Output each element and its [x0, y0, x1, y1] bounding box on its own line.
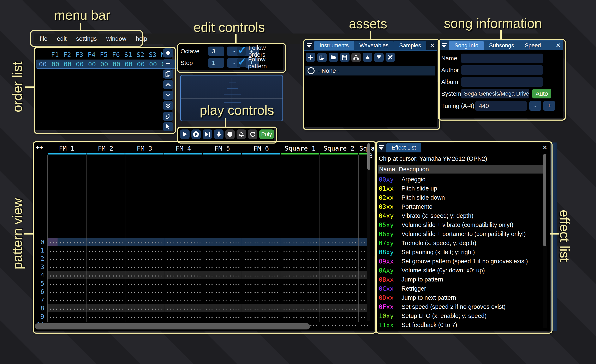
- name-field[interactable]: [461, 54, 543, 63]
- menu-item-window[interactable]: window: [106, 35, 127, 42]
- effect-row[interactable]: 02xxPitch slide down: [379, 193, 445, 202]
- menu-item-help[interactable]: help: [136, 35, 147, 42]
- channel-header-fm-4[interactable]: FM 4: [164, 145, 203, 152]
- octave-input[interactable]: 3: [208, 47, 224, 56]
- song-info-connector: [500, 30, 502, 39]
- unlink-order-button[interactable]: [163, 112, 173, 121]
- effect-row[interactable]: 10xySetup LFO (x: enable; y: speed): [379, 311, 486, 320]
- album-field[interactable]: [461, 77, 543, 87]
- add-instrument-button[interactable]: [306, 53, 315, 62]
- effect-row[interactable]: 0BxxJump to pattern: [379, 275, 443, 284]
- tab-instruments[interactable]: Instruments: [314, 41, 354, 50]
- save-instrument-button[interactable]: [340, 53, 350, 62]
- pattern-vertical-scrollbar[interactable]: [367, 143, 370, 321]
- tab-song-info[interactable]: Song Info: [449, 41, 484, 50]
- channel-header-fm-2[interactable]: FM 2: [86, 145, 125, 152]
- follow-pattern-checkbox[interactable]: ✓: [237, 58, 246, 67]
- order-cell[interactable]: 00: [86, 60, 98, 68]
- close-icon[interactable]: ✕: [428, 40, 437, 50]
- channel-header-fm-6[interactable]: FM 6: [242, 145, 281, 152]
- pointer-order-button[interactable]: [163, 122, 173, 131]
- window-menu-icon[interactable]: [376, 143, 386, 153]
- channel-header-fm-5[interactable]: FM 5: [203, 145, 242, 152]
- move-down-order-button[interactable]: [163, 91, 173, 100]
- tuning-increment-button[interactable]: +: [543, 101, 555, 111]
- pattern-horizontal-scrollbar[interactable]: [35, 323, 310, 329]
- effect-row[interactable]: 03xxPortamento: [379, 202, 432, 211]
- effect-row[interactable]: 09xxSet groove pattern (speed 1 if no gr…: [379, 257, 528, 266]
- tab-speed[interactable]: Speed: [519, 41, 546, 50]
- effect-row[interactable]: 04xyVibrato (x: speed; y: depth): [379, 211, 474, 220]
- tuning-field[interactable]: 440: [475, 101, 527, 111]
- window-menu-icon[interactable]: [439, 40, 449, 50]
- channel-divider: [47, 155, 48, 322]
- channel-header-fm-3[interactable]: FM 3: [125, 145, 164, 152]
- tuning-decrement-button[interactable]: -: [529, 101, 541, 111]
- channel-header-square-2[interactable]: Square 2: [320, 145, 358, 152]
- duplicate-instrument-button[interactable]: [317, 53, 327, 62]
- channel-header-fm-1[interactable]: FM 1: [47, 145, 86, 152]
- move-down-button[interactable]: [214, 130, 224, 139]
- channel-divider: [164, 155, 164, 322]
- pattern-options-button[interactable]: ++: [36, 144, 43, 151]
- tab-subsongs[interactable]: Subsongs: [484, 41, 519, 50]
- effect-row[interactable]: 0DxxJump to next pattern: [379, 293, 456, 302]
- tab-wavetables[interactable]: Wavetables: [354, 41, 394, 50]
- effect-row[interactable]: 00xyArpeggio: [379, 175, 425, 184]
- effect-row[interactable]: 0AxyVolume slide (0y: down; x0: up): [379, 266, 485, 275]
- effect-list-scrollbar[interactable]: [543, 154, 547, 328]
- effect-row[interactable]: 07xyTremolo (x: speed; y: depth): [379, 239, 476, 248]
- order-cell[interactable]: 00: [49, 60, 61, 68]
- duplicate-order-button[interactable]: [163, 70, 173, 79]
- tab-effect-list[interactable]: Effect List: [386, 143, 421, 153]
- window-menu-icon[interactable]: [304, 40, 314, 50]
- close-icon[interactable]: ✕: [553, 40, 563, 50]
- effect-list-window: Effect List ✕ Chip at cursor: Yamaha YM2…: [376, 143, 550, 331]
- order-cell[interactable]: 00: [147, 60, 159, 68]
- poly-toggle-button[interactable]: Poly: [259, 130, 274, 139]
- metronome-bell-button[interactable]: [237, 130, 246, 139]
- menu-item-settings[interactable]: settings: [76, 35, 97, 42]
- open-instrument-button[interactable]: [329, 53, 338, 62]
- record-button[interactable]: [225, 130, 235, 139]
- follow-orders-checkbox[interactable]: ✓: [237, 47, 246, 56]
- play-button[interactable]: [180, 130, 190, 139]
- tab-samples[interactable]: Samples: [394, 41, 426, 50]
- dock-splitter[interactable]: [551, 143, 557, 331]
- step-input[interactable]: 1: [208, 58, 224, 68]
- effect-row[interactable]: 0FxxSet speed (speed 2 if no grooves exi…: [379, 302, 506, 311]
- add-order-button[interactable]: [163, 48, 173, 58]
- effect-row[interactable]: 0CxxRetrigger: [379, 284, 426, 293]
- close-icon[interactable]: ✕: [540, 143, 550, 153]
- channel-header-square-1[interactable]: Square 1: [281, 145, 320, 152]
- menu-item-edit[interactable]: edit: [57, 35, 67, 42]
- play-from-cursor-button[interactable]: [191, 130, 201, 139]
- author-field[interactable]: [461, 65, 543, 75]
- order-cell[interactable]: 00: [74, 60, 86, 68]
- order-cell[interactable]: 00: [122, 60, 135, 68]
- move-up-order-button[interactable]: [163, 80, 173, 89]
- move-to-bottom-order-button[interactable]: [163, 101, 173, 110]
- order-row[interactable]: 0000000000000000000000: [36, 59, 183, 69]
- move-instrument-down-button[interactable]: [374, 53, 384, 62]
- channel-header-square-3[interactable]: Square 3: [358, 145, 374, 160]
- step-row-button[interactable]: [203, 130, 212, 139]
- auto-system-button[interactable]: Auto: [532, 89, 551, 98]
- effect-row[interactable]: 11xxSet feedback (0 to 7): [379, 320, 457, 329]
- menu-item-file[interactable]: file: [40, 35, 47, 42]
- system-select[interactable]: Sega Genesis/Mega Drive: [461, 89, 529, 98]
- effect-row[interactable]: 08xySet panning (x: left; y: right): [379, 248, 475, 257]
- instrument-list-item[interactable]: - None -: [305, 66, 435, 75]
- order-cell[interactable]: 00: [98, 60, 110, 68]
- repeat-button[interactable]: [248, 130, 257, 139]
- order-cell[interactable]: 00: [61, 60, 74, 68]
- effect-row[interactable]: 06xyVolume slide + portamento (compatibi…: [379, 229, 526, 239]
- delete-instrument-button[interactable]: [386, 53, 395, 62]
- order-cell[interactable]: 00: [135, 60, 147, 68]
- order-cell[interactable]: 00: [110, 60, 122, 68]
- effect-row[interactable]: 01xxPitch slide up: [379, 184, 437, 193]
- remove-order-button[interactable]: [163, 59, 173, 68]
- tree-view-toggle-button[interactable]: [351, 53, 361, 62]
- move-instrument-up-button[interactable]: [363, 53, 372, 62]
- effect-row[interactable]: 05xyVolume slide + vibrato (compatibilit…: [379, 220, 514, 229]
